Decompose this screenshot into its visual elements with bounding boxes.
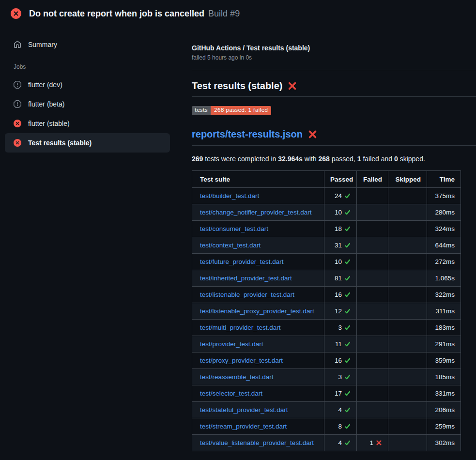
passed-cell: 4 (324, 402, 357, 418)
divider (192, 70, 476, 70)
failed-cell (357, 237, 388, 254)
summary-segment: 268 (319, 155, 330, 163)
summary-segment: 269 (192, 155, 203, 163)
passed-cell: 12 (324, 303, 357, 320)
sidebar-summary-label: Summary (28, 41, 57, 48)
suite-link[interactable]: test/stateful_provider_test.dart (200, 406, 288, 414)
check-icon (344, 226, 351, 232)
suite-link[interactable]: test/stream_provider_test.dart (200, 423, 287, 430)
check-icon (344, 324, 351, 331)
suite-link[interactable]: test/inherited_provider_test.dart (200, 275, 292, 282)
check-name: GitHub Actions / Test results (stable) (192, 44, 476, 52)
passed-count: 31 (335, 242, 342, 249)
skipped-cell (388, 353, 427, 369)
failed-x-icon (308, 130, 317, 139)
failed-cell: 1 (357, 435, 388, 451)
skipped-cell (388, 270, 427, 287)
suite-link[interactable]: test/consumer_test.dart (200, 225, 268, 232)
passed-cell: 31 (324, 237, 357, 254)
suite-link[interactable]: test/provider_test.dart (200, 340, 263, 348)
passed-cell: 24 (324, 188, 357, 204)
suite-link[interactable]: test/selector_test.dart (200, 390, 262, 397)
failed-cell (357, 402, 388, 418)
sidebar-item-flutter-dev[interactable]: flutter (dev) (5, 75, 170, 94)
passed-count: 24 (335, 192, 342, 199)
suite-link[interactable]: test/multi_provider_test.dart (200, 324, 281, 331)
failed-cell (357, 385, 388, 402)
suite-link[interactable]: test/reassemble_test.dart (200, 373, 274, 381)
home-icon (14, 41, 21, 48)
table-row: test/inherited_provider_test.dart 81 1.0… (192, 270, 461, 287)
time-cell: 644ms (427, 237, 461, 254)
suite-link[interactable]: test/listenable_proxy_provider_test.dart (200, 307, 314, 315)
table-row: test/value_listenable_provider_test.dart… (192, 435, 461, 451)
suite-link[interactable]: test/value_listenable_provider_test.dart (200, 439, 314, 446)
check-icon (344, 259, 351, 265)
passed-count: 16 (335, 357, 342, 364)
suite-link[interactable]: test/proxy_provider_test.dart (200, 357, 283, 364)
badge-label: tests (192, 106, 211, 115)
sidebar: Summary Jobs flutter (dev) flutter (beta… (5, 35, 170, 153)
sidebar-item-summary[interactable]: Summary (5, 35, 170, 54)
check-icon (344, 209, 351, 215)
x-circle-icon (14, 120, 21, 127)
check-icon (344, 308, 351, 314)
check-title: Test results (stable) (192, 80, 282, 92)
passed-cell: 3 (324, 320, 357, 336)
summary-segment: tests were completed in (203, 155, 278, 163)
passed-cell: 18 (324, 221, 357, 237)
time-cell: 1.065s (427, 270, 461, 287)
table-row: test/stream_provider_test.dart 8 259ms (192, 418, 461, 435)
sidebar-item-test-results-stable[interactable]: Test results (stable) (5, 133, 170, 153)
suite-cell: test/listenable_proxy_provider_test.dart (192, 303, 324, 320)
passed-count: 10 (335, 209, 342, 216)
passed-cell: 3 (324, 369, 357, 385)
check-icon (344, 193, 351, 199)
badge-row: tests 268 passed, 1 failed (192, 105, 476, 115)
passed-count: 3 (338, 324, 342, 331)
sidebar-item-flutter-stable[interactable]: flutter (stable) (5, 114, 170, 133)
table-row: test/provider_test.dart 11 291ms (192, 336, 461, 353)
skipped-cell (388, 385, 427, 402)
suite-link[interactable]: test/change_notifier_provider_test.dart (200, 209, 311, 216)
check-icon (344, 357, 351, 364)
sidebar-item-flutter-beta[interactable]: flutter (beta) (5, 94, 170, 114)
time-cell: 272ms (427, 254, 461, 270)
stop-icon (14, 100, 21, 108)
time-cell: 324ms (427, 221, 461, 237)
check-icon (344, 423, 351, 429)
table-row: test/selector_test.dart 17 331ms (192, 385, 461, 402)
time-cell: 331ms (427, 385, 461, 402)
tests-badge: tests 268 passed, 1 failed (192, 106, 271, 115)
red-x-icon (376, 440, 382, 446)
job-label: Test results (stable) (28, 139, 92, 147)
summary-segment: skipped. (398, 155, 425, 163)
passed-count: 11 (335, 340, 342, 348)
passed-count: 81 (335, 275, 342, 282)
report-file-link[interactable]: reports/test-results.json (192, 129, 303, 140)
passed-count: 16 (335, 291, 342, 298)
table-row: test/reassemble_test.dart 3 185ms (192, 369, 461, 385)
suite-link[interactable]: test/context_test.dart (200, 242, 261, 249)
passed-count: 18 (335, 225, 342, 232)
table-row: test/change_notifier_provider_test.dart … (192, 204, 461, 221)
stop-icon (14, 81, 21, 89)
check-icon (344, 374, 351, 380)
job-label: flutter (dev) (28, 81, 62, 89)
suite-link[interactable]: test/listenable_provider_test.dart (200, 291, 294, 298)
skipped-cell (388, 435, 427, 451)
suite-cell: test/reassemble_test.dart (192, 369, 324, 385)
passed-cell: 4 (324, 435, 357, 451)
job-label: flutter (beta) (28, 100, 64, 108)
failed-cell (357, 254, 388, 270)
skipped-cell (388, 402, 427, 418)
suite-link[interactable]: test/builder_test.dart (200, 192, 259, 199)
failed-cell (357, 221, 388, 237)
column-header-failed: Failed (357, 171, 388, 188)
skipped-cell (388, 287, 427, 303)
check-icon (344, 291, 351, 298)
jobs-heading: Jobs (5, 63, 170, 70)
time-cell: 185ms (427, 369, 461, 385)
suite-cell: test/proxy_provider_test.dart (192, 353, 324, 369)
suite-link[interactable]: test/future_provider_test.dart (200, 258, 284, 265)
